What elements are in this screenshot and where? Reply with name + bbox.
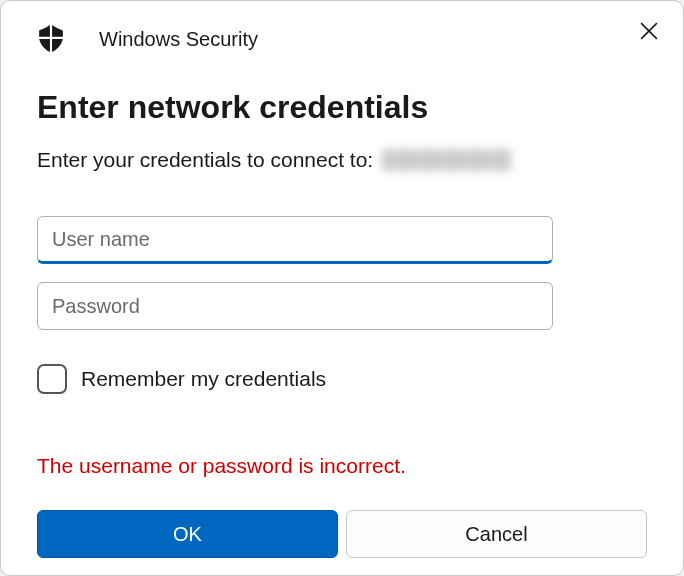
connect-prompt: Enter your credentials to connect to: (37, 148, 647, 172)
titlebar: Windows Security (37, 1, 647, 61)
close-button[interactable] (635, 17, 663, 45)
username-input[interactable] (37, 216, 553, 264)
ok-button[interactable]: OK (37, 510, 338, 558)
password-input[interactable] (37, 282, 553, 330)
shield-icon (37, 25, 65, 53)
dialog-heading: Enter network credentials (37, 89, 647, 126)
remember-checkbox[interactable] (37, 364, 67, 394)
close-icon (640, 22, 658, 40)
windows-security-dialog: Windows Security Enter network credentia… (0, 0, 684, 576)
app-title: Windows Security (99, 28, 258, 51)
remember-label: Remember my credentials (81, 367, 326, 391)
remember-row: Remember my credentials (37, 364, 647, 394)
dialog-buttons: OK Cancel (37, 510, 647, 558)
credential-fields (37, 216, 647, 330)
error-message: The username or password is incorrect. (37, 454, 647, 478)
connect-prompt-text: Enter your credentials to connect to: (37, 148, 373, 172)
cancel-button[interactable]: Cancel (346, 510, 647, 558)
connect-target-redacted (381, 149, 511, 171)
